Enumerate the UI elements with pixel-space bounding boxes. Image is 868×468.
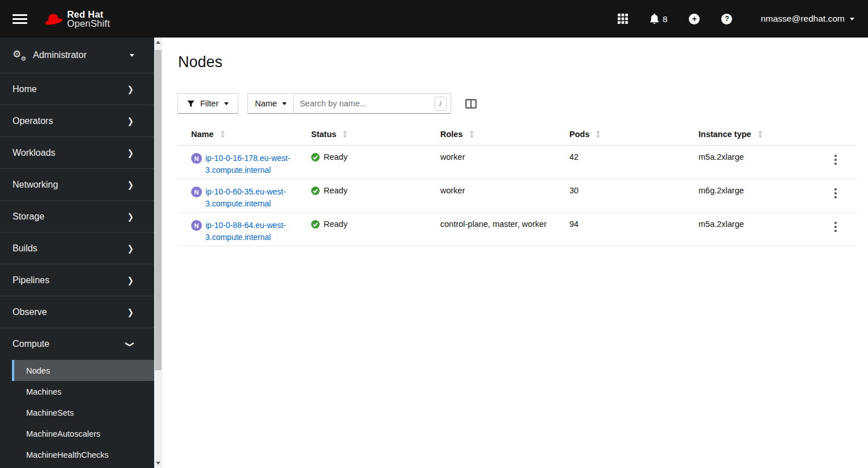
notifications-button[interactable]: 8 (648, 13, 668, 26)
sidebar-item-label: Home (13, 84, 37, 94)
sidebar-item-networking[interactable]: Networking❯ (0, 169, 154, 201)
perspective-switcher[interactable]: ⚙⚙ Administrator (0, 38, 154, 73)
status-cell: Ready (311, 219, 422, 229)
main-content: Nodes Filter Name / (162, 38, 868, 468)
app-launcher-button[interactable] (617, 13, 629, 25)
sidebar-item-workloads[interactable]: Workloads❯ (0, 137, 154, 169)
column-header-instance-type[interactable]: Instance type (685, 123, 815, 146)
sidebar-item-label: Workloads (13, 148, 55, 158)
chevron-right-icon: ❯ (127, 243, 134, 253)
sort-icon (596, 130, 601, 138)
column-management-button[interactable] (465, 99, 477, 109)
sidebar-item-label: Compute (13, 339, 49, 349)
scrollbar-up-arrow[interactable] (154, 38, 162, 47)
chevron-right-icon: ❯ (127, 307, 134, 317)
node-badge: N (191, 153, 202, 164)
brand-line2: OpenShift (67, 19, 110, 28)
caret-down-icon (850, 18, 854, 20)
sidebar-item-home[interactable]: Home❯ (0, 73, 154, 105)
status-text: Ready (324, 186, 348, 195)
table-header-row: NameStatusRolesPodsInstance type (177, 123, 857, 146)
chevron-right-icon: ❯ (127, 180, 134, 189)
caret-down-icon (224, 102, 229, 105)
column-management-icon (465, 99, 477, 109)
table-row: Nip-10-0-88-64.eu-west-3.compute.interna… (177, 213, 857, 246)
caret-down-icon (282, 102, 287, 105)
filter-dropdown-button[interactable]: Filter (177, 93, 238, 114)
column-label: Roles (440, 130, 463, 139)
sidebar-nav: Home❯Operators❯Workloads❯Networking❯Stor… (0, 73, 154, 465)
chevron-right-icon: ❯ (127, 116, 134, 126)
sort-icon (469, 130, 474, 138)
instance-type-cell: m5a.2xlarge (685, 146, 815, 179)
column-label: Instance type (698, 130, 751, 139)
filter-type-label: Name (255, 99, 277, 108)
column-header-pods[interactable]: Pods (556, 123, 685, 146)
import-button[interactable]: + (688, 13, 701, 26)
scrollbar-thumb[interactable] (155, 50, 162, 370)
sidebar-subitem-machines[interactable]: Machines (12, 381, 154, 402)
node-link[interactable]: ip-10-0-16-178.eu-west-3.compute.interna… (205, 152, 293, 176)
sidebar-item-label: Storage (13, 212, 44, 222)
column-label: Status (311, 130, 336, 139)
ready-status-icon (311, 153, 320, 161)
instance-type-cell: m5a.2xlarge (685, 213, 815, 246)
column-label: Name (191, 130, 214, 139)
sidebar-subitem-machinehealthchecks[interactable]: MachineHealthChecks (12, 444, 154, 465)
chevron-down-icon: ❯ (126, 341, 135, 347)
username: nmasse@redhat.com (760, 14, 845, 24)
column-header-status[interactable]: Status (297, 123, 427, 146)
sidebar-item-compute[interactable]: Compute❯ (0, 328, 154, 360)
node-link[interactable]: ip-10-0-88-64.eu-west-3.compute.internal (205, 219, 293, 243)
filter-type-select[interactable]: Name (247, 93, 294, 114)
menu-icon[interactable] (11, 12, 28, 26)
sidebar-subitem-nodes[interactable]: Nodes (12, 360, 154, 381)
redhat-fedora-logo (43, 11, 64, 27)
roles-cell: worker (427, 146, 556, 179)
cogs-icon: ⚙⚙ (13, 49, 26, 61)
sort-icon (758, 130, 763, 138)
search-input[interactable] (300, 99, 435, 108)
table-row: Nip-10-0-16-178.eu-west-3.compute.intern… (177, 146, 857, 179)
kebab-menu-button[interactable] (830, 186, 841, 201)
ready-status-icon (311, 187, 320, 195)
sidebar-subitem-machineautoscalers[interactable]: MachineAutoscalers (12, 423, 154, 444)
status-text: Ready (324, 219, 348, 229)
caret-down-icon (130, 54, 134, 57)
chevron-right-icon: ❯ (127, 84, 134, 94)
table-row: Nip-10-0-60-35.eu-west-3.compute.interna… (177, 179, 857, 213)
filter-funnel-icon (187, 100, 195, 107)
notification-count: 8 (663, 14, 667, 24)
perspective-label: Administrator (33, 50, 86, 60)
help-button[interactable]: ? (720, 13, 733, 26)
node-badge: N (191, 187, 202, 197)
column-header-roles[interactable]: Roles (427, 123, 556, 146)
filter-label: Filter (200, 99, 218, 108)
sort-icon (342, 130, 348, 138)
sidebar-item-label: Observe (13, 307, 47, 317)
sidebar-item-pipelines[interactable]: Pipelines❯ (0, 264, 154, 296)
node-link[interactable]: ip-10-0-60-35.eu-west-3.compute.internal (205, 186, 293, 210)
brand: Red Hat OpenShift (43, 10, 110, 28)
ready-status-icon (311, 220, 320, 229)
column-header-name[interactable]: Name (177, 123, 297, 146)
kebab-menu-button[interactable] (830, 219, 841, 234)
instance-type-cell: m6g.2xlarge (685, 179, 815, 213)
sidebar-item-operators[interactable]: Operators❯ (0, 105, 154, 137)
sidebar-item-builds[interactable]: Builds❯ (0, 233, 154, 264)
roles-cell: control-plane, master, worker (427, 213, 556, 246)
kebab-menu-button[interactable] (830, 152, 841, 167)
sidebar-item-label: Networking (13, 180, 58, 190)
user-menu[interactable]: nmasse@redhat.com (760, 14, 854, 24)
status-text: Ready (324, 152, 348, 161)
page-title: Nodes (178, 53, 868, 71)
sidebar-item-storage[interactable]: Storage❯ (0, 201, 154, 233)
scrollbar-down-arrow[interactable] (154, 458, 162, 468)
sidebar-item-label: Operators (13, 116, 53, 126)
masthead: Red Hat OpenShift 8 + ? nmasse@redhat.co… (0, 0, 868, 38)
status-cell: Ready (311, 152, 422, 161)
sidebar-subitem-machinesets[interactable]: MachineSets (12, 402, 154, 423)
brand-line1: Red Hat (67, 10, 110, 19)
sidebar-item-observe[interactable]: Observe❯ (0, 296, 154, 328)
column-label: Pods (569, 130, 589, 139)
